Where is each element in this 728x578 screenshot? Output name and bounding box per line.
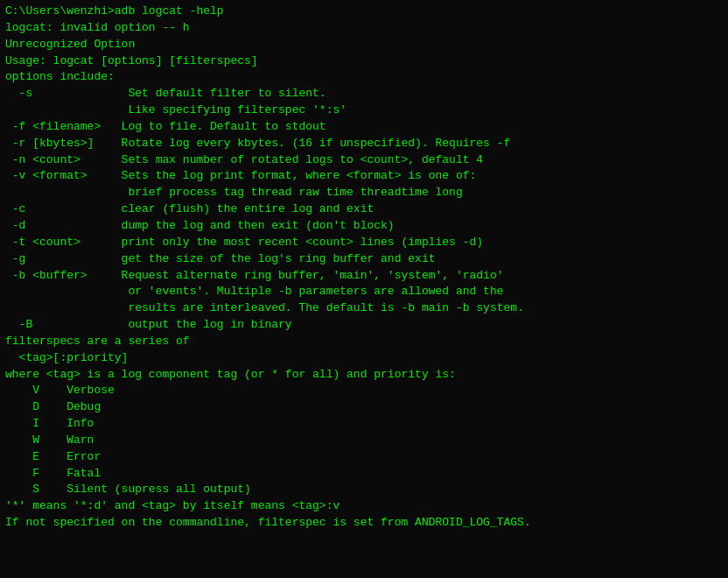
terminal-line: -t <count> print only the most recent <c…	[5, 235, 723, 251]
terminal-line: E Error	[5, 449, 723, 466]
terminal-line: '*' means '*:d' and <tag> by itself mean…	[5, 498, 723, 515]
terminal-line: -B output the log in binary	[5, 317, 723, 334]
terminal-line: If not specified on the commandline, fil…	[5, 515, 723, 532]
terminal-line: brief process tag thread raw time thread…	[5, 185, 723, 201]
terminal-line: F Fatal	[5, 466, 723, 483]
terminal-line: -s Set default filter to silent.	[5, 86, 723, 102]
terminal-line: -c clear (flush) the entire log and exit	[5, 201, 723, 218]
terminal-content: C:\Users\wenzhi>adb logcat -helplogcat: …	[5, 4, 723, 532]
terminal-line: V Verbose	[5, 383, 723, 399]
terminal-line: D Debug	[5, 399, 723, 416]
terminal-line: -r [kbytes>] Rotate log every kbytes. (1…	[5, 136, 723, 152]
terminal-line: filterspecs are a series of	[5, 334, 723, 350]
terminal-line: options include:	[5, 69, 723, 86]
terminal-line: I Info	[5, 416, 723, 433]
terminal-line: Like specifying filterspec '*:s'	[5, 102, 723, 119]
terminal-line: -f <filename> Log to file. Default to st…	[5, 119, 723, 136]
terminal-line: S Silent (supress all output)	[5, 482, 723, 498]
terminal-line: Usage: logcat [options] [filterspecs]	[5, 53, 723, 70]
terminal-line: -b <buffer> Request alternate ring buffe…	[5, 268, 723, 285]
terminal-line: -v <format> Sets the log print format, w…	[5, 168, 723, 185]
terminal-line: results are interleaved. The default is …	[5, 300, 723, 317]
terminal-line: or 'events'. Multiple -b parameters are …	[5, 284, 723, 300]
terminal-line: logcat: invalid option -- h	[5, 20, 723, 37]
terminal-line: C:\Users\wenzhi>adb logcat -help	[5, 4, 723, 20]
terminal-line: Unrecognized Option	[5, 37, 723, 53]
terminal-line: where <tag> is a log component tag (or *…	[5, 367, 723, 384]
terminal-line: W Warn	[5, 433, 723, 449]
terminal-line: -d dump the log and then exit (don't blo…	[5, 218, 723, 235]
terminal-line: -g get the size of the log's ring buffer…	[5, 251, 723, 268]
terminal-window: C:\Users\wenzhi>adb logcat -helplogcat: …	[0, 0, 728, 578]
terminal-line: <tag>[:priority]	[5, 350, 723, 367]
terminal-line: -n <count> Sets max number of rotated lo…	[5, 152, 723, 169]
